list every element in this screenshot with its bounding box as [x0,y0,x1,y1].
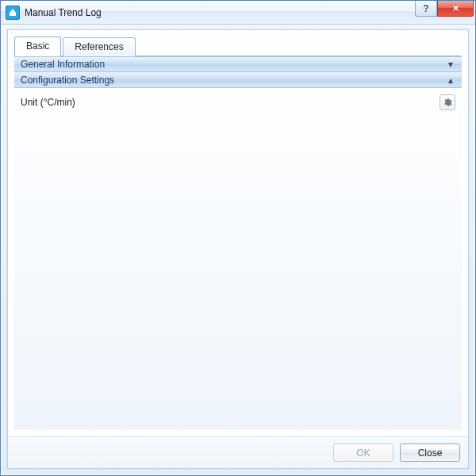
section-general-information[interactable]: General Information ▾ [14,56,462,72]
chevron-down-icon: ▾ [446,59,455,70]
section-title: General Information [21,59,446,70]
window-title: Manual Trend Log [25,7,102,18]
tab-label: Basic [26,40,49,52]
close-button[interactable]: Close [400,443,460,462]
tab-label: References [75,41,123,52]
tab-references[interactable]: References [63,37,135,56]
titlebar[interactable]: Manual Trend Log ? ✕ [1,1,475,25]
ok-button: OK [333,443,393,462]
tab-basic[interactable]: Basic [14,36,61,56]
section-configuration-settings[interactable]: Configuration Settings ▴ [14,72,462,88]
window-close-button[interactable]: ✕ [437,1,474,17]
property-row-unit: Unit (°C/min) [21,93,455,112]
tab-body-basic: General Information ▾ Configuration Sett… [14,56,462,430]
dialog-buttons: OK Close [8,436,468,468]
chevron-up-icon: ▴ [446,75,455,86]
dialog-window: Manual Trend Log ? ✕ Basic References Ge… [0,0,476,476]
svg-rect-0 [10,13,16,16]
property-name: Unit (°C/min) [21,97,440,108]
section-title: Configuration Settings [21,75,446,86]
app-icon [6,6,20,20]
close-icon: ✕ [452,3,459,13]
tabs: Basic References [8,30,468,56]
gear-icon [443,98,452,107]
configure-unit-button[interactable] [440,94,455,110]
client-area: Basic References General Information ▾ C… [7,29,469,469]
help-icon: ? [423,3,428,14]
window-buttons: ? ✕ [415,1,475,24]
help-button[interactable]: ? [415,1,437,17]
section-body-configuration: Unit (°C/min) [14,88,462,117]
